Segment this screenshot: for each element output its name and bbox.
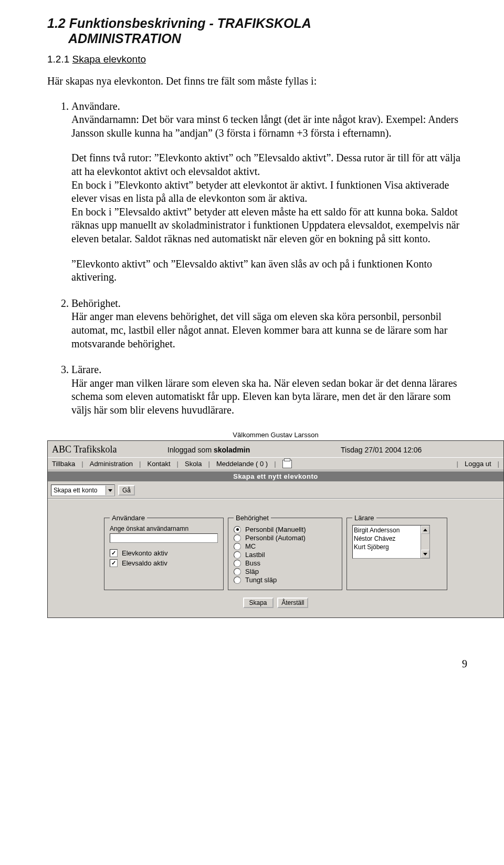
section-title-line2: ADMINISTRATION (68, 31, 467, 46)
item-paragraph: Det finns två rutor: ”Elevkonto aktivt” … (71, 151, 467, 245)
list-item: Användare. Användarnamn: Det bör vara mi… (71, 100, 467, 284)
radio-icon (234, 551, 241, 559)
radio-label: Buss (245, 559, 260, 567)
checkbox-row[interactable]: ✓ Elevsaldo aktiv (110, 559, 218, 567)
fieldset-teacher: Lärare Birgit Andersson Néstor Chávez Ku… (346, 514, 447, 590)
header-date: Tisdag 27/01 2004 12:06 (341, 446, 499, 454)
scroll-up-icon[interactable] (421, 526, 429, 534)
menu-separator: | (176, 460, 180, 468)
logged-in-text: Inloggad som (167, 446, 214, 454)
app-screenshot: Välkommen Gustav Larsson ABC Trafikskola… (47, 429, 504, 618)
item-title: Lärare. (71, 364, 101, 375)
page-number: 9 (0, 639, 504, 670)
radio-label: MC (245, 542, 256, 550)
reset-button[interactable]: Återställ (277, 598, 308, 608)
radio-row[interactable]: Lastbil (234, 551, 337, 559)
radio-row[interactable]: Buss (234, 559, 337, 567)
menu-administration[interactable]: Administration (89, 460, 134, 468)
checkbox-icon: ✓ (110, 559, 118, 567)
listbox-items: Birgit Andersson Néstor Chávez Kurt Sjöb… (353, 526, 429, 552)
menu-separator: | (273, 460, 277, 468)
fieldset-authorization: Behörighet Personbil (Manuellt) Personbi… (228, 514, 342, 590)
radio-row[interactable]: Personbil (Manuellt) (234, 526, 337, 533)
username-hint: Ange önskat användarnamn (110, 525, 218, 532)
fieldset-legend: Behörighet (234, 514, 271, 522)
list-item: Behörighet. Här anger man elevens behöri… (71, 297, 467, 351)
app-header: ABC Trafikskola Inloggad som skoladmin T… (48, 441, 503, 457)
menu-logout[interactable]: Logga ut (464, 460, 492, 468)
radio-icon (234, 568, 241, 575)
list-item[interactable]: Kurt Sjöberg (354, 543, 428, 551)
menu-back[interactable]: Tillbaka (51, 460, 76, 468)
create-button[interactable]: Skapa (243, 598, 274, 608)
checkbox-label: Elevsaldo aktiv (122, 559, 167, 567)
fieldset-legend: Lärare (352, 514, 376, 522)
action-toolbar: Skapa ett konto Gå (48, 481, 503, 496)
radio-label: Personbil (Automat) (245, 534, 306, 542)
logged-in-label: Inloggad som skoladmin (167, 446, 341, 454)
school-name: ABC Trafikskola (52, 444, 167, 455)
radio-icon (234, 576, 241, 584)
radio-label: Släp (245, 568, 259, 575)
section-heading: 1.2 Funktionsbeskrivning - TRAFIKSKOLA A… (47, 16, 467, 46)
radio-icon (234, 560, 241, 567)
checkbox-label: Elevkonto aktiv (122, 549, 167, 557)
radio-icon (234, 526, 241, 533)
welcome-bar: Välkommen Gustav Larsson (47, 429, 504, 440)
item-title: Användare. (71, 100, 120, 112)
item-paragraph: Här anger man vilken lärare som eleven s… (71, 377, 467, 417)
radio-row[interactable]: MC (234, 542, 337, 550)
intro-paragraph: Här skapas nya elevkonton. Det finns tre… (47, 75, 467, 88)
checkbox-icon: ✓ (110, 549, 118, 557)
app-window: ABC Trafikskola Inloggad som skoladmin T… (47, 440, 504, 618)
section-title-line1: Funktionsbeskrivning - TRAFIKSKOLA (69, 16, 311, 30)
menu-print[interactable] (281, 459, 293, 468)
username-input[interactable] (110, 533, 218, 543)
radio-label: Tungt släp (245, 576, 277, 584)
item-paragraph: Här anger man elevens behörighet, det vi… (71, 310, 467, 351)
go-button[interactable]: Gå (118, 485, 135, 496)
printer-icon (282, 460, 292, 468)
logged-in-role: skoladmin (214, 446, 250, 454)
item-title: Behörighet. (71, 297, 121, 309)
menu-messages[interactable]: Meddelande ( 0 ) (215, 460, 269, 468)
fieldset-legend: Användare (110, 514, 147, 522)
menubar: Tillbaka | Administration | Kontakt | Sk… (48, 457, 503, 470)
section-number: 1.2 (47, 16, 66, 30)
subsection-number: 1.2.1 (47, 54, 69, 65)
menu-separator: | (456, 460, 459, 468)
menu-separator: | (138, 460, 142, 468)
chevron-down-icon (106, 486, 114, 495)
menu-separator: | (80, 460, 84, 468)
radio-label: Lastbil (245, 551, 265, 559)
list-item: Lärare. Här anger man vilken lärare som … (71, 363, 467, 417)
radio-icon (234, 534, 241, 542)
radio-icon (234, 543, 241, 550)
action-combobox[interactable]: Skapa ett konto (51, 485, 115, 496)
numbered-list: Användare. Användarnamn: Det bör vara mi… (47, 100, 467, 417)
teacher-listbox[interactable]: Birgit Andersson Néstor Chávez Kurt Sjöb… (352, 525, 430, 559)
list-item[interactable]: Birgit Andersson (354, 526, 428, 534)
radio-row[interactable]: Personbil (Automat) (234, 534, 337, 542)
list-item[interactable]: Néstor Chávez (354, 534, 428, 543)
panel-title: Skapa ett nytt elevkonto (48, 471, 503, 481)
menu-contact[interactable]: Kontakt (146, 460, 171, 468)
radio-row[interactable]: Släp (234, 568, 337, 575)
subsection-title: Skapa elevkonto (72, 54, 146, 65)
menu-separator: | (207, 460, 211, 468)
scroll-down-icon[interactable] (421, 550, 429, 558)
form-buttons: Skapa Återställ (48, 594, 503, 617)
checkbox-row[interactable]: ✓ Elevkonto aktiv (110, 549, 218, 557)
subsection-heading: 1.2.1 Skapa elevkonto (47, 54, 467, 65)
menu-separator: | (497, 460, 500, 468)
combobox-value: Skapa ett konto (54, 487, 97, 494)
radio-label: Personbil (Manuellt) (245, 526, 306, 533)
item-paragraph: Användarnamn: Det bör vara minst 6 tecke… (71, 113, 467, 140)
fieldset-user: Användare Ange önskat användarnamn ✓ Ele… (104, 514, 224, 590)
item-paragraph: ”Elevkonto aktivt” och ”Elevsaldo aktivt… (71, 258, 467, 284)
form-area: Användare Ange önskat användarnamn ✓ Ele… (48, 499, 503, 594)
radio-row[interactable]: Tungt släp (234, 576, 337, 584)
menu-school[interactable]: Skola (184, 460, 203, 468)
scrollbar[interactable] (421, 526, 429, 558)
document-page: 1.2 Funktionsbeskrivning - TRAFIKSKOLA A… (0, 0, 504, 639)
